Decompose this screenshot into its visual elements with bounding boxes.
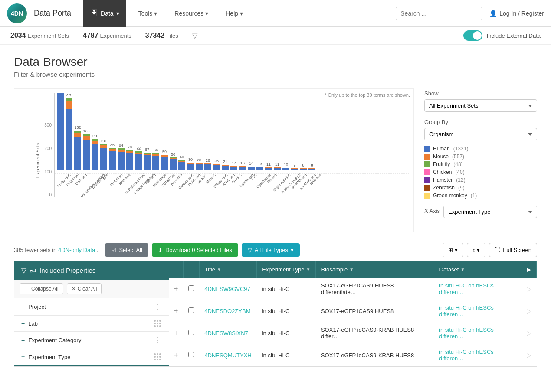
bar-stack xyxy=(152,153,159,170)
expand-icon[interactable]: + xyxy=(174,285,178,292)
row-checkbox[interactable] xyxy=(188,352,194,357)
more-col-header[interactable]: ▶ xyxy=(521,261,537,278)
experiment-link[interactable]: 4DNESDO2ZYBM xyxy=(204,308,250,314)
select-all-button[interactable]: ☑ Select All xyxy=(105,243,148,257)
expand-icon[interactable]: + xyxy=(174,307,178,314)
bar-stack xyxy=(239,166,246,170)
bar-segment-human xyxy=(274,168,281,170)
bar-segment-human xyxy=(213,165,220,170)
row-checkbox[interactable] xyxy=(188,285,194,291)
bar-segment-human xyxy=(230,167,237,170)
collapse-all-button[interactable]: — Collapse All xyxy=(20,283,63,294)
row-expand-cell[interactable]: + xyxy=(169,322,183,344)
legend-item-count: (48) xyxy=(453,161,462,167)
legend-color-swatch xyxy=(424,161,430,167)
row-checkbox[interactable] xyxy=(188,307,194,313)
expand-icon[interactable]: + xyxy=(174,351,178,359)
legend-item: Chicken (40) xyxy=(424,169,537,175)
dataset-link[interactable]: in situ Hi-C on hESCs differen… xyxy=(439,349,494,362)
dataset-link[interactable]: in situ Hi-C on hESCs differen… xyxy=(439,282,494,295)
row-check-cell[interactable] xyxy=(183,322,199,344)
bar-segment-mouse xyxy=(83,136,90,140)
x-axis-select[interactable]: Experiment Type xyxy=(443,206,537,218)
row-expand-cell[interactable]: + xyxy=(169,344,183,366)
sort-icon: ↕ xyxy=(472,247,476,253)
chevron-down-icon: ▾ xyxy=(291,247,294,253)
4dn-only-link[interactable]: 4DN-only Data xyxy=(58,247,95,253)
bar-segment-human xyxy=(66,109,72,170)
row-check-cell[interactable] xyxy=(183,278,199,300)
bar-group[interactable]: 72 2-stage Repli-seq xyxy=(134,146,142,197)
experiment-link[interactable]: 4DNESW9GVC97 xyxy=(204,286,250,292)
help-nav-button[interactable]: Help ▾ xyxy=(220,7,248,20)
row-more-icon[interactable]: ▷ xyxy=(527,330,531,336)
row-check-cell[interactable] xyxy=(183,300,199,322)
show-select[interactable]: All Experiment Sets xyxy=(424,99,537,112)
row-title-cell: 4DNESW9GVC97 xyxy=(199,278,256,300)
external-data-toggle[interactable] xyxy=(463,30,482,41)
bar-group[interactable]: 118 Dilution Hi-C xyxy=(91,134,99,197)
row-checkbox[interactable] xyxy=(188,330,194,335)
filter-item-experiment-category[interactable]: + Experiment Category ⋮ xyxy=(14,332,169,349)
chevron-down-icon: ▾ xyxy=(455,247,458,253)
data-nav-button[interactable]: 🗄 Data ▾ xyxy=(83,0,126,27)
view-button[interactable]: ⊞ ▾ xyxy=(443,243,463,257)
bar-segment-human xyxy=(126,153,133,170)
external-data-label: Include External Data xyxy=(487,33,541,39)
file-types-button[interactable]: ▽ All File Types ▾ xyxy=(242,243,300,257)
fullscreen-button[interactable]: ⛶ Full Screen xyxy=(489,243,537,257)
dataset-link[interactable]: in situ Hi-C on hESCs differen… xyxy=(439,304,494,317)
legend-item: Green monkey (1) xyxy=(424,193,537,199)
chart-container: * Only up to the top 30 terms are shown.… xyxy=(14,88,414,232)
row-experiment-type-cell: in situ Hi-C xyxy=(257,278,316,300)
row-dataset-cell: in situ Hi-C on hESCs differen… xyxy=(434,344,521,366)
chevron-down-icon: ▾ xyxy=(240,10,243,17)
bar-stack xyxy=(109,148,116,170)
row-expand-cell[interactable]: + xyxy=(169,300,183,322)
legend-item-name: Human xyxy=(433,146,450,152)
sort-arrow-icon: ▼ xyxy=(217,267,221,272)
dataset-col-header[interactable]: Dataset ▼ xyxy=(434,261,521,278)
row-more-icon[interactable]: ▷ xyxy=(527,285,531,292)
expand-icon[interactable]: + xyxy=(174,329,178,336)
biosample-col-header[interactable]: Biosample ▼ xyxy=(316,261,434,278)
title-col-header[interactable]: Title ▼ xyxy=(199,261,256,278)
group-by-select[interactable]: Organism xyxy=(424,128,537,140)
bar-segment-human xyxy=(187,164,194,170)
experiment-type-col-header[interactable]: Experiment Type ▼ xyxy=(257,261,316,278)
table-section: ▽ 🏷 Included Properties — Collapse All ✕… xyxy=(14,261,537,367)
check-icon: ☑ xyxy=(111,247,116,253)
experiment-link[interactable]: 4DNESW8SIXN7 xyxy=(204,330,248,336)
login-button[interactable]: 👤 Log In / Register xyxy=(489,10,544,17)
experiment-sets-stat: 2034 Experiment Sets xyxy=(10,32,69,39)
filter-item-experiment-type[interactable]: + Experiment Type xyxy=(14,349,169,365)
sort-button[interactable]: ↕ ▾ xyxy=(467,243,486,257)
row-more-icon[interactable]: ▷ xyxy=(527,307,531,314)
bar-stack xyxy=(265,167,272,170)
filter-item-project[interactable]: + Project ⋮ xyxy=(14,298,169,316)
row-expand-cell[interactable]: + xyxy=(169,278,183,300)
download-button[interactable]: ⬇ Download 0 Selected Files xyxy=(152,243,238,257)
tools-nav-button[interactable]: Tools ▾ xyxy=(133,7,163,20)
download-icon: ⬇ xyxy=(158,247,163,253)
dataset-link[interactable]: in situ Hi-C on hESCs differen… xyxy=(439,327,494,340)
bar-group[interactable]: 354 In situ Hi-C xyxy=(56,93,64,197)
bar-group[interactable]: 78 multiplexed FISH xyxy=(126,145,134,197)
search-input[interactable] xyxy=(396,7,481,20)
filter-expand-icon: + xyxy=(21,320,25,327)
resources-nav-button[interactable]: Resources ▾ xyxy=(169,7,213,20)
bar-stack xyxy=(178,160,185,170)
search-button[interactable]: 🔍 xyxy=(481,7,482,19)
clear-all-button[interactable]: ✕ Clear All xyxy=(67,283,102,294)
row-check-cell[interactable] xyxy=(183,344,199,366)
table-row: + 4DNESDO2ZYBM in situ Hi-C SOX17-eGFP i… xyxy=(169,300,537,322)
filter-item-lab[interactable]: + Lab xyxy=(14,316,169,332)
bar-segment-human xyxy=(239,167,246,170)
experiment-link[interactable]: 4DNESQMUTYXH xyxy=(204,352,251,359)
sort-arrow-icon: ▼ xyxy=(349,267,354,272)
filter-icon[interactable]: ▽ xyxy=(192,32,197,40)
bar-stack xyxy=(213,164,220,170)
x-icon: ✕ xyxy=(72,286,76,292)
row-more-icon[interactable]: ▷ xyxy=(527,352,531,359)
legend-color-swatch xyxy=(424,185,430,191)
